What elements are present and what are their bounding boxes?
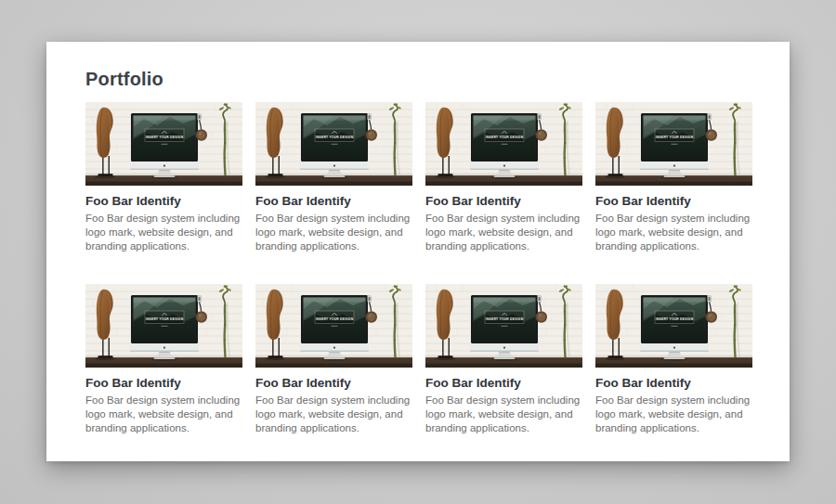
project-thumbnail[interactable]	[85, 102, 242, 186]
card-description: Foo Bar design system including logo mar…	[85, 212, 242, 253]
project-thumbnail[interactable]	[595, 284, 752, 368]
project-thumbnail[interactable]	[425, 284, 582, 368]
imac-desk-photo	[595, 284, 752, 368]
card-title: Foo Bar Identify	[425, 194, 582, 208]
portfolio-card[interactable]: Foo Bar Identify Foo Bar design system i…	[595, 284, 752, 435]
project-thumbnail[interactable]	[85, 284, 242, 368]
page-title: Portfolio	[85, 69, 754, 90]
imac-desk-photo	[255, 102, 412, 186]
content-sheet: Portfolio Foo Bar Identify Foo Bar desig…	[46, 42, 790, 461]
card-title: Foo Bar Identify	[85, 376, 242, 390]
card-description: Foo Bar design system including logo mar…	[595, 212, 752, 253]
portfolio-card[interactable]: Foo Bar Identify Foo Bar design system i…	[255, 102, 412, 253]
imac-desk-photo	[85, 102, 242, 186]
card-title: Foo Bar Identify	[255, 376, 412, 390]
imac-desk-photo	[425, 102, 582, 186]
project-thumbnail[interactable]	[425, 102, 582, 186]
portfolio-card[interactable]: Foo Bar Identify Foo Bar design system i…	[425, 284, 582, 435]
project-thumbnail[interactable]	[255, 284, 412, 368]
card-description: Foo Bar design system including logo mar…	[255, 394, 412, 435]
card-title: Foo Bar Identify	[595, 194, 752, 208]
project-thumbnail[interactable]	[595, 102, 752, 186]
card-description: Foo Bar design system including logo mar…	[255, 212, 412, 253]
imac-desk-photo	[595, 102, 752, 186]
card-description: Foo Bar design system including logo mar…	[595, 394, 752, 435]
card-title: Foo Bar Identify	[595, 376, 752, 390]
portfolio-grid: Foo Bar Identify Foo Bar design system i…	[85, 102, 754, 435]
card-description: Foo Bar design system including logo mar…	[85, 394, 242, 435]
project-thumbnail[interactable]	[255, 102, 412, 186]
card-description: Foo Bar design system including logo mar…	[425, 212, 582, 253]
imac-desk-photo	[255, 284, 412, 368]
card-title: Foo Bar Identify	[85, 194, 242, 208]
card-title: Foo Bar Identify	[255, 194, 412, 208]
card-description: Foo Bar design system including logo mar…	[425, 394, 582, 435]
portfolio-card[interactable]: Foo Bar Identify Foo Bar design system i…	[85, 284, 242, 435]
imac-desk-photo	[85, 284, 242, 368]
portfolio-card[interactable]: Foo Bar Identify Foo Bar design system i…	[425, 102, 582, 253]
card-title: Foo Bar Identify	[425, 376, 582, 390]
portfolio-card[interactable]: Foo Bar Identify Foo Bar design system i…	[85, 102, 242, 253]
imac-desk-photo	[425, 284, 582, 368]
portfolio-card[interactable]: Foo Bar Identify Foo Bar design system i…	[255, 284, 412, 435]
portfolio-card[interactable]: Foo Bar Identify Foo Bar design system i…	[595, 102, 752, 253]
